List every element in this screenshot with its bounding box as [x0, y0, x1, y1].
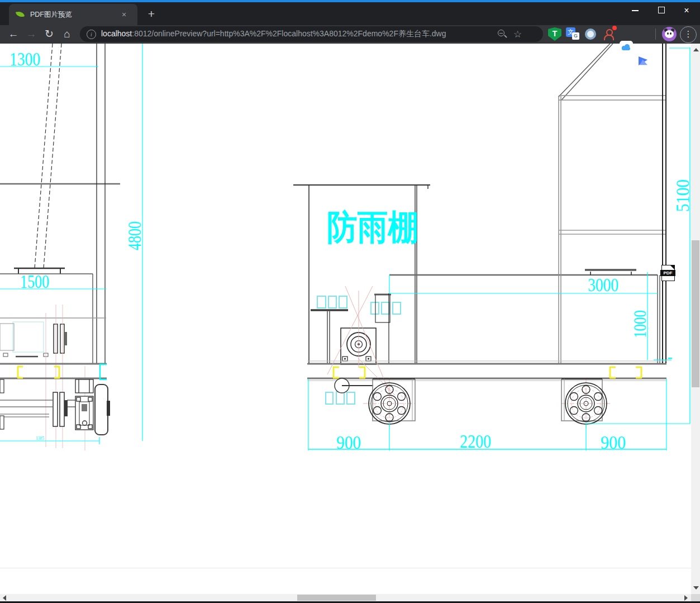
scroll-up-arrow-icon[interactable] [693, 48, 699, 51]
address-bar[interactable]: i localhost:8012/onlinePreview?url=http%… [80, 26, 543, 42]
dim-1000: 1000 [630, 310, 650, 338]
tab-title: PDF图片预览 [30, 10, 120, 20]
toolbar-separator [655, 29, 656, 40]
side-view-dimensions [308, 48, 691, 450]
dim-900-front: 900 [336, 432, 361, 453]
browser-menu-button[interactable]: ⋮ [680, 26, 697, 43]
scroll-right-arrow-icon[interactable] [684, 595, 688, 601]
bookmark-star-icon[interactable]: ☆ [513, 29, 522, 40]
dim-5100: 5100 [672, 179, 691, 212]
bearing-block [75, 379, 93, 430]
browser-window: 1300 1500 4800 1385 防雨棚 [0, 0, 700, 603]
url-host: localhost [101, 29, 132, 38]
back-button[interactable]: ← [6, 26, 21, 42]
dim-1300: 1300 [9, 49, 40, 69]
wheel-side-view [95, 384, 110, 435]
zoom-out-icon[interactable] [497, 29, 508, 40]
rail-clamps-side-view [333, 367, 642, 378]
url-path: :8012/onlinePreview?url=http%3A%2F%2Floc… [132, 29, 446, 38]
extension-kite-icon[interactable] [637, 54, 651, 68]
profile-avatar[interactable] [662, 27, 677, 41]
rail-clamps-left-view [17, 367, 60, 378]
wheel-rear [561, 379, 607, 424]
axle-assembly [0, 379, 76, 429]
tab-close-icon[interactable]: × [122, 10, 126, 19]
motor [341, 328, 376, 364]
scroll-down-arrow-icon[interactable] [693, 586, 699, 590]
extension-sphere-icon[interactable] [584, 27, 597, 41]
dim-1385: 1385 [36, 435, 44, 441]
home-button[interactable]: ⌂ [59, 26, 75, 42]
dim-2200: 2200 [460, 431, 491, 452]
extension-cloud-icon[interactable] [620, 41, 633, 54]
wheel-front [369, 379, 415, 424]
scroll-left-arrow-icon[interactable] [3, 595, 6, 601]
dim-3000: 3000 [588, 274, 618, 295]
window-minimize-button[interactable] [627, 4, 644, 16]
window-close-button[interactable]: × [678, 4, 695, 16]
scrollbar-corner [691, 594, 700, 601]
dim-1500: 1500 [20, 271, 49, 292]
dim-900-rear: 900 [601, 432, 626, 453]
spring-leaf-favicon-icon [16, 11, 25, 18]
left-view: 1300 1500 4800 1385 [0, 44, 145, 450]
forward-button[interactable]: → [23, 26, 39, 42]
side-view: 防雨棚 [293, 44, 691, 453]
cad-drawing: 1300 1500 4800 1385 防雨棚 [0, 44, 691, 594]
dim-4800: 4800 [124, 221, 145, 250]
left-view-dimensions [0, 44, 142, 444]
drawing-canvas: 1300 1500 4800 1385 防雨棚 [0, 44, 691, 594]
shelter-label: 防雨棚 [327, 208, 418, 246]
page-info-icon[interactable]: i [87, 30, 96, 39]
pdf-fold-corner-icon [670, 265, 675, 270]
pdf-badge-label: PDF [660, 270, 675, 276]
browser-tab[interactable]: PDF图片预览 × [9, 4, 137, 25]
rail-end-bracket [99, 364, 107, 379]
reload-button[interactable]: ↻ [41, 26, 57, 42]
extension-contact-icon[interactable] [602, 27, 615, 41]
vertical-scrollbar-thumb[interactable] [692, 240, 699, 387]
tall-frame [559, 44, 666, 364]
pdf-download-button[interactable]: PDF [661, 265, 675, 281]
notification-badge [612, 26, 617, 30]
url-text[interactable]: localhost:8012/onlinePreview?url=http%3A… [101, 29, 492, 39]
new-tab-button[interactable]: + [144, 7, 159, 21]
page-bottom-border [0, 568, 691, 568]
extension-translate-icon[interactable]: 文 G [566, 27, 579, 41]
window-maximize-button[interactable] [653, 4, 670, 16]
horizontal-scrollbar-thumb[interactable] [297, 595, 376, 601]
